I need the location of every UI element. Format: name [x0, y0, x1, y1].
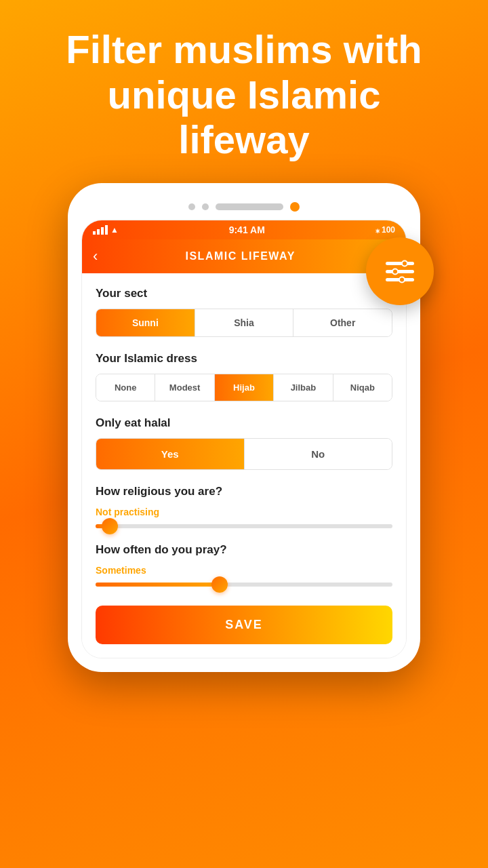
- speaker: [216, 203, 283, 210]
- halal-section: Only eat halal Yes No: [96, 416, 392, 470]
- dress-section: Your Islamic dress None Modest Hijab Jil…: [96, 352, 392, 401]
- halal-option-no[interactable]: No: [245, 439, 392, 469]
- dress-option-modest[interactable]: Modest: [155, 374, 214, 401]
- wifi-icon: ▲: [110, 225, 119, 235]
- svg-point-8: [400, 278, 404, 282]
- religious-label: How religious you are?: [96, 485, 392, 498]
- headline-text3: lifeway: [178, 117, 309, 161]
- pray-slider-track[interactable]: [96, 583, 392, 587]
- sect-section: Your sect Sunni Shia Other: [96, 287, 392, 337]
- religious-slider-track[interactable]: [96, 524, 392, 528]
- back-button[interactable]: ‹: [93, 248, 98, 265]
- status-bar: ▲ 9:41 AM ⁎ 100: [82, 220, 406, 239]
- pray-slider-thumb[interactable]: [211, 576, 228, 593]
- halal-toggle-group: Yes No: [96, 438, 392, 470]
- nav-bar: ‹ ISLAMIC LIFEWAY: [82, 239, 406, 273]
- nav-title: ISLAMIC LIFEWAY: [106, 250, 375, 262]
- dress-toggle-group: None Modest Hijab Jilbab Niqab: [96, 374, 392, 401]
- pray-value-label: Sometimes: [96, 565, 392, 576]
- sect-toggle-group: Sunni Shia Other: [96, 309, 392, 337]
- phone-top-bar: [81, 197, 407, 220]
- pray-section: How often do you pray? Sometimes: [96, 543, 392, 587]
- svg-point-5: [393, 270, 397, 274]
- filter-fab[interactable]: [366, 237, 434, 305]
- status-time: 9:41 AM: [229, 224, 265, 235]
- pray-slider-fill: [96, 583, 220, 587]
- sect-option-shia[interactable]: Shia: [195, 309, 294, 336]
- phone-screen: ▲ 9:41 AM ⁎ 100 ‹ ISLAMIC LIFEWAY Your s…: [81, 220, 407, 658]
- headline: Filter muslims with unique Islamic lifew…: [0, 0, 488, 183]
- headline-text: Filter muslims with: [66, 27, 422, 71]
- dot-orange: [290, 202, 300, 212]
- signal-icon: [93, 225, 108, 235]
- svg-rect-0: [386, 262, 414, 265]
- dress-option-hijab[interactable]: Hijab: [215, 374, 274, 401]
- religious-value-label: Not practising: [96, 507, 392, 517]
- dress-label: Your Islamic dress: [96, 352, 392, 366]
- battery-status: ⁎ 100: [375, 225, 395, 235]
- status-left: ▲: [93, 225, 119, 235]
- pray-label: How often do you pray?: [96, 543, 392, 557]
- religious-slider-thumb[interactable]: [102, 518, 118, 534]
- sect-option-other[interactable]: Other: [293, 309, 392, 336]
- sect-option-sunni[interactable]: Sunni: [96, 309, 195, 336]
- save-button[interactable]: SAVE: [96, 606, 392, 644]
- screen-content: Your sect Sunni Shia Other Your Islamic …: [82, 273, 406, 658]
- dress-option-jilbab[interactable]: Jilbab: [274, 374, 333, 401]
- phone-mockup: ▲ 9:41 AM ⁎ 100 ‹ ISLAMIC LIFEWAY Your s…: [68, 183, 420, 672]
- sliders-icon: [382, 253, 418, 290]
- svg-rect-3: [386, 270, 414, 273]
- religious-section: How religious you are? Not practising: [96, 485, 392, 528]
- dress-option-niqab[interactable]: Niqab: [333, 374, 392, 401]
- dot1: [188, 203, 195, 210]
- phone-frame: ▲ 9:41 AM ⁎ 100 ‹ ISLAMIC LIFEWAY Your s…: [68, 183, 420, 672]
- sect-label: Your sect: [96, 287, 392, 300]
- headline-text2: unique Islamic: [108, 73, 381, 117]
- dot2: [202, 203, 209, 210]
- halal-label: Only eat halal: [96, 416, 392, 430]
- svg-point-2: [403, 262, 407, 266]
- halal-option-yes[interactable]: Yes: [96, 439, 245, 469]
- dress-option-none[interactable]: None: [96, 374, 155, 401]
